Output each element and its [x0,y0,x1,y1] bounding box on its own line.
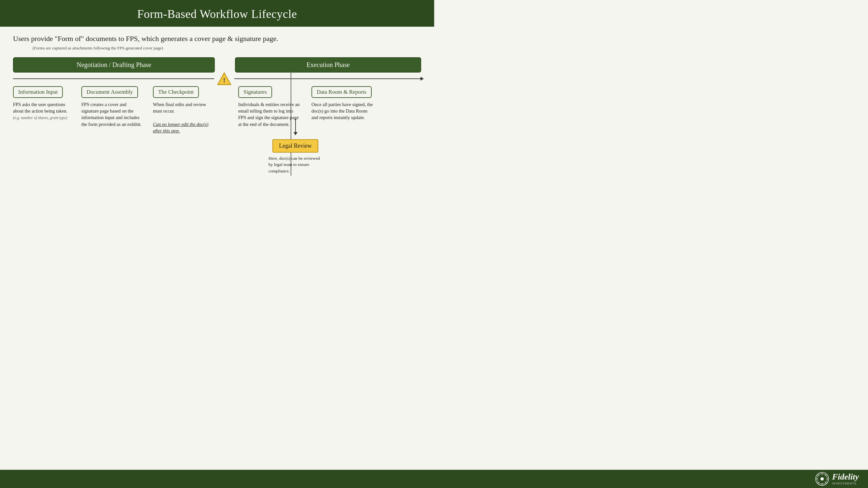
warning-icon: ! [217,72,232,86]
page-title: Form-Based Workflow Lifecycle [0,7,434,21]
step-information-input: Information Input FPS asks the user ques… [13,86,78,121]
intro-main-text: Users provide "Form of" documents to FPS… [13,34,421,43]
exec-arrow-line [234,78,421,79]
checkpoint-label: The Checkpoint [153,86,199,98]
intro-sub-text: (Forms are captured as attachments follo… [33,45,421,51]
main-content: Users provide "Form of" documents to FPS… [0,27,434,134]
document-assembly-desc: FPS creates a cover and signature page b… [81,101,143,128]
checkpoint-desc: When final edits and review must occur. … [153,101,215,134]
legal-review-container: Legal Review Here, doc(s) can be reviewe… [269,119,322,174]
data-room-label: Data Room & Reports [311,86,372,98]
execution-phase-banner: Execution Phase [235,57,421,72]
legal-review-label: Legal Review [272,139,318,153]
information-input-label: Information Input [13,86,63,98]
svg-text:!: ! [223,76,225,84]
legal-review-arrow [295,119,296,133]
legal-review-desc: Here, doc(s) can be reviewed by legal te… [269,155,322,174]
workflow-diagram: Negotiation / Drafting Phase Execution P… [13,57,421,134]
step-checkpoint: The Checkpoint When final edits and revi… [153,86,218,134]
data-room-desc: Once all parties have signed, the doc(s)… [311,101,373,121]
step-document-assembly: Document Assembly FPS creates a cover an… [81,86,150,128]
warning-icon-container: ! [214,72,234,86]
step-data-room: Data Room & Reports Once all parties hav… [311,86,377,121]
neg-arrow-line [13,78,214,79]
signatures-label: Signatures [238,86,272,98]
negotiation-phase-banner: Negotiation / Drafting Phase [13,57,215,72]
page-header: Form-Based Workflow Lifecycle [0,0,434,27]
checkpoint-sub: Can no longer edit the doc(s) after this… [153,122,208,133]
information-input-desc: FPS asks the user questions about the ac… [13,101,75,121]
document-assembly-label: Document Assembly [81,86,138,98]
steps-container: Information Input FPS asks the user ques… [13,86,421,134]
